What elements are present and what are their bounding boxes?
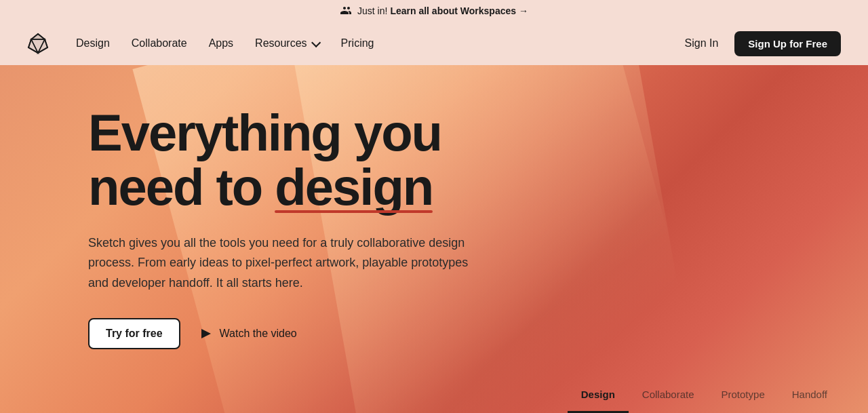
hero-title-line2: need to design [88,158,433,216]
nav-item-apps[interactable]: Apps [209,37,233,50]
announcement-bar: Just in! Learn all about Workspaces → [0,0,868,22]
play-icon [199,327,213,340]
try-free-button[interactable]: Try for free [88,318,180,349]
hero-design-word: design [275,160,433,214]
bottom-tabs: Design Collaborate Prototype Handoff [568,380,841,413]
sign-up-button[interactable]: Sign Up for Free [734,31,841,56]
hero-description: Sketch gives you all the tools you need … [88,233,488,294]
tab-prototype[interactable]: Prototype [708,380,778,413]
navbar-nav: Design Collaborate Apps Resources Pricin… [76,37,685,50]
navbar: Design Collaborate Apps Resources Pricin… [0,22,868,65]
chevron-down-icon [311,41,319,46]
tab-design[interactable]: Design [568,380,629,413]
design-underline [275,210,433,213]
hero-section: Everything you need to design Sketch giv… [0,65,868,413]
hero-actions: Try for free Watch the video [88,318,488,349]
users-icon [340,5,352,17]
tab-collaborate[interactable]: Collaborate [629,380,708,413]
just-in-text: Just in! [357,5,387,16]
hero-content: Everything you need to design Sketch giv… [0,65,515,376]
nav-item-design[interactable]: Design [76,37,110,50]
logo[interactable] [27,33,49,54]
nav-item-pricing[interactable]: Pricing [341,37,374,50]
hero-title: Everything you need to design [88,106,488,214]
navbar-actions: Sign In Sign Up for Free [685,31,842,56]
watch-video-label: Watch the video [220,328,297,340]
learn-workspaces-link[interactable]: Learn all about Workspaces → [390,5,528,16]
nav-item-collaborate[interactable]: Collaborate [132,37,187,50]
watch-video-button[interactable]: Watch the video [199,327,297,340]
hero-title-line1: Everything you [88,104,441,161]
nav-item-resources[interactable]: Resources [255,37,319,50]
tab-handoff[interactable]: Handoff [778,380,841,413]
sign-in-button[interactable]: Sign In [685,37,719,50]
